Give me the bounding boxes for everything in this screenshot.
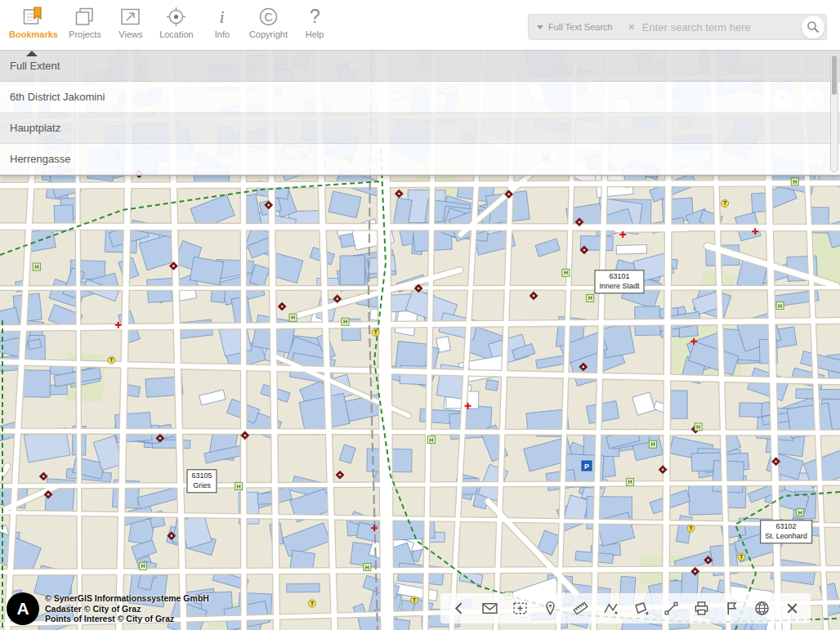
svg-text:T: T [413,597,416,603]
search-bar: Full Text Search × [528,14,827,40]
zoom-window-button[interactable] [511,600,529,618]
search-submit-button[interactable] [801,15,825,39]
chevron-down-icon [537,25,543,29]
toolbar-button-views[interactable]: Views [108,0,154,42]
ruler-button[interactable] [571,600,589,618]
svg-text:T: T [689,525,692,531]
bookmark-item-full-extent[interactable]: Full Extent [0,51,840,82]
toolbar-button-copyright[interactable]: C Copyright [245,0,292,42]
bookmarks-panel: Full Extent 6th District Jakomini Hauptp… [0,51,840,176]
search-mode-label: Full Text Search [548,22,613,32]
overview-globe-button[interactable] [753,600,771,618]
district-name: Gries [191,481,212,491]
svg-text:T: T [374,329,378,335]
toolbar-button-location[interactable]: Location [154,0,199,42]
redlining-button[interactable] [662,600,680,618]
bookmark-flag-icon [723,600,740,617]
attribution-lines: © SynerGIS Informationssysteme GmbH Cada… [45,593,209,624]
redlining-icon [663,600,680,617]
panel-scrollbar-thumb[interactable] [832,56,837,95]
toolbar-button-bookmarks[interactable]: Bookmarks [5,0,62,42]
toolbar-button-label: Info [215,29,230,39]
projects-icon [74,6,96,28]
district-name: Innere Stadt [599,282,639,292]
map-attribution: A © SynerGIS Informationssysteme GmbH Ca… [7,592,209,625]
bookmark-flag-button[interactable] [722,600,740,618]
svg-text:i: i [220,7,225,27]
svg-text:T: T [723,200,726,206]
toolbar-button-label: Copyright [249,29,288,39]
panel-notch-icon [26,51,38,56]
measure-distance-icon [602,600,619,617]
search-input[interactable] [642,21,801,34]
search-mode-dropdown[interactable]: Full Text Search [529,22,621,32]
toolbar-button-label: Help [306,29,324,39]
toolbar-buttons: Bookmarks Projects Views [0,0,337,42]
search-clear-button[interactable]: × [621,20,642,34]
district-name: St. Leonhard [765,532,807,542]
panel-scrollbar[interactable] [830,53,838,172]
map-tools-toolbar [440,593,811,623]
svg-text:H: H [588,295,592,301]
ruler-icon [572,600,589,617]
svg-text:H: H [34,264,38,270]
search-icon [806,20,820,34]
print-button[interactable] [692,600,710,618]
close-toolbar-button[interactable] [783,600,801,618]
svg-text:H: H [798,510,802,516]
svg-text:T: T [311,601,314,606]
bookmark-item-jakomini[interactable]: 6th District Jakomini [0,82,840,113]
toolbar-button-info[interactable]: i Info [199,0,245,42]
toolbar-button-projects[interactable]: Projects [62,0,108,42]
email-icon [481,600,498,617]
svg-text:H: H [141,563,145,569]
svg-text:H: H [564,270,568,275]
attribution-line: Points of Interest © City of Graz [45,614,209,624]
svg-text:T: T [739,554,743,560]
svg-text:H: H [365,565,369,570]
collapse-toolbar-button[interactable] [450,600,468,618]
svg-text:H: H [343,319,347,324]
district-label-innere-stadt: 63101 Innere Stadt [594,270,644,293]
views-icon [119,6,141,28]
district-label-gries: 63105 Gries [186,469,217,493]
svg-text:H: H [429,437,433,443]
svg-text:C: C [264,11,272,24]
app-window: HHHHHHHHHHHHHHHHHHTTTTTTTTP + › 63101 In… [0,0,840,630]
toolbar-button-label: Views [118,29,142,39]
svg-text:?: ? [310,6,320,27]
toolbar-button-label: Location [159,29,194,39]
attribution-line: © SynerGIS Informationssysteme GmbH [45,593,209,604]
bookmark-item-herrengasse[interactable]: Herrengasse [0,144,840,175]
collapse-toolbar-icon [451,600,468,617]
svg-text:P: P [584,462,589,471]
district-code: 63101 [599,272,639,282]
svg-text:H: H [237,484,241,489]
city-logo: A [7,592,39,625]
measure-area-button[interactable] [632,600,650,618]
attribution-line: Cadaster © City of Graz [45,604,209,614]
info-icon: i [211,6,233,28]
svg-text:H: H [650,441,655,447]
map-pin-button[interactable] [541,600,559,618]
copyright-icon: C [257,6,279,28]
bookmark-item-hauptplatz[interactable]: Hauptplatz [0,113,840,144]
district-label-st-leonhard: 63102 St. Leonhard [760,520,812,543]
svg-text:H: H [778,303,782,309]
svg-text:H: H [628,479,632,485]
svg-text:H: H [793,179,797,185]
email-button[interactable] [480,600,498,618]
district-code: 63105 [191,471,212,481]
print-icon [693,600,710,617]
toolbar-button-label: Projects [69,29,101,39]
close-toolbar-icon [784,600,801,617]
bookmarks-icon [22,6,44,28]
map-pin-icon [542,600,559,617]
measure-distance-button[interactable] [601,600,619,618]
svg-text:T: T [109,357,113,363]
help-icon: ? [304,6,326,28]
toolbar-button-label: Bookmarks [9,29,58,39]
toolbar-button-help[interactable]: ? Help [292,0,337,42]
district-code: 63102 [765,522,807,532]
overview-globe-icon [753,600,771,617]
